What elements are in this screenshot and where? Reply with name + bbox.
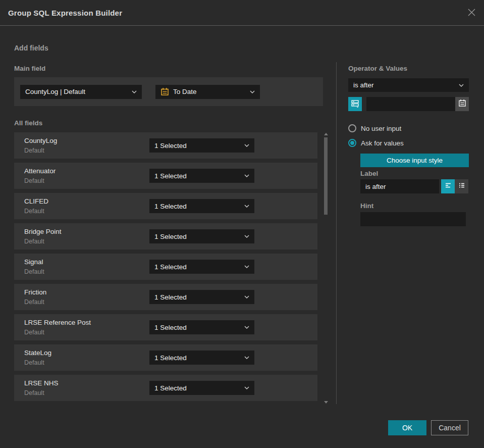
single-line-style-button[interactable]: [441, 179, 455, 193]
date-value-input[interactable]: [366, 97, 455, 111]
main-field-select-value: CountyLog | Default: [25, 88, 129, 95]
field-subtitle: Default: [24, 389, 44, 396]
hint-heading: Hint: [360, 202, 373, 210]
chevron-down-icon: [244, 265, 249, 268]
close-button[interactable]: [466, 8, 477, 19]
date-picker-button[interactable]: [455, 97, 469, 111]
field-subtitle: Default: [24, 359, 44, 366]
field-subtitle: Default: [24, 238, 44, 245]
field-selected-dropdown[interactable]: 1 Selected: [149, 381, 254, 395]
field-name: CLIFED: [24, 197, 48, 205]
field-selected-dropdown[interactable]: 1 Selected: [149, 229, 254, 243]
chevron-down-icon: [244, 205, 249, 208]
field-row-signal: Signal Default 1 Selected: [14, 254, 317, 280]
field-selected-value: 1 Selected: [154, 324, 241, 331]
calendar-icon: [160, 87, 169, 96]
label-heading: Label: [360, 170, 378, 177]
input-type-button[interactable]: [348, 97, 362, 111]
chevron-down-icon: [244, 295, 249, 298]
chevron-down-icon: [459, 84, 464, 87]
stacked-input-icon: [351, 99, 359, 110]
scrollbar-down-arrow-icon[interactable]: [324, 401, 328, 404]
field-name: Bridge Point: [24, 228, 62, 235]
all-fields-heading: All fields: [14, 119, 42, 127]
operator-select-value: is after: [353, 81, 456, 89]
field-name: Attenuator: [24, 167, 56, 175]
value-input-row: [348, 97, 469, 111]
scrollbar-up-arrow-icon[interactable]: [324, 133, 328, 135]
field-selected-dropdown[interactable]: 1 Selected: [149, 199, 254, 213]
add-fields-heading: Add fields: [14, 44, 48, 52]
field-row-clifed: CLIFED Default 1 Selected: [14, 193, 317, 219]
field-subtitle: Default: [24, 298, 44, 306]
field-subtitle: Default: [24, 329, 44, 336]
field-selected-value: 1 Selected: [154, 384, 241, 392]
fields-list-scrollbar[interactable]: [324, 132, 328, 405]
field-selected-dropdown[interactable]: 1 Selected: [149, 260, 254, 274]
field-selected-value: 1 Selected: [154, 142, 241, 150]
chevron-down-icon: [250, 90, 255, 93]
field-name: Friction: [24, 288, 46, 296]
field-selected-dropdown[interactable]: 1 Selected: [149, 169, 254, 183]
field-selected-value: 1 Selected: [154, 293, 241, 301]
list-style-button[interactable]: [455, 179, 468, 193]
field-name: Signal: [24, 258, 43, 266]
radio-ask-for-values[interactable]: Ask for values: [348, 139, 404, 147]
field-subtitle: Default: [24, 147, 44, 154]
field-selected-value: 1 Selected: [154, 354, 241, 362]
radio-selected-icon: [348, 139, 356, 147]
group-sql-expression-builder-dialog: Group SQL Expression Builder Add fields …: [0, 0, 484, 448]
field-row-attenuator: Attenuator Default 1 Selected: [14, 163, 317, 189]
hint-input[interactable]: [360, 212, 466, 226]
radio-no-user-input[interactable]: No user input: [348, 124, 401, 132]
main-field-box: CountyLog | Default To Date: [14, 77, 323, 106]
field-name: LRSE NHS: [24, 379, 59, 387]
label-input[interactable]: [360, 179, 439, 193]
radio-label: Ask for values: [361, 139, 404, 147]
operator-select[interactable]: is after: [348, 78, 469, 92]
field-row-friction: Friction Default 1 Selected: [14, 284, 317, 310]
dialog-header: Group SQL Expression Builder: [0, 0, 484, 26]
close-icon: [468, 9, 475, 18]
chevron-down-icon: [244, 386, 249, 389]
field-selected-value: 1 Selected: [154, 203, 241, 210]
field-row-statelog: StateLog Default 1 Selected: [14, 344, 317, 371]
chevron-down-icon: [244, 174, 249, 177]
main-field-date-select-value: To Date: [173, 88, 247, 95]
dialog-title: Group SQL Expression Builder: [8, 0, 122, 26]
calendar-icon: [458, 99, 466, 109]
scrollbar-thumb[interactable]: [324, 137, 328, 215]
field-row-bridge-point: Bridge Point Default 1 Selected: [14, 223, 317, 250]
field-selected-value: 1 Selected: [154, 172, 241, 180]
field-name: CountyLog: [24, 137, 57, 144]
main-field-date-select[interactable]: To Date: [155, 85, 260, 99]
operator-values-heading: Operator & Values: [348, 65, 407, 72]
choose-input-style-button[interactable]: Choose input style: [360, 154, 469, 167]
radio-label: No user input: [361, 125, 401, 132]
field-selected-dropdown[interactable]: 1 Selected: [149, 138, 254, 153]
chevron-down-icon: [244, 326, 249, 329]
field-selected-dropdown[interactable]: 1 Selected: [149, 351, 254, 365]
chevron-down-icon: [244, 144, 249, 147]
field-name: StateLog: [24, 349, 51, 357]
field-selected-value: 1 Selected: [154, 263, 241, 271]
field-selected-value: 1 Selected: [154, 233, 241, 240]
field-row-countylog: CountyLog Default 1 Selected: [14, 132, 317, 159]
cancel-button[interactable]: Cancel: [431, 420, 468, 435]
all-fields-list: CountyLog Default 1 Selected Attenuator …: [14, 132, 317, 405]
field-row-lrse-nhs: LRSE NHS Default 1 Selected: [14, 375, 317, 401]
field-selected-dropdown[interactable]: 1 Selected: [149, 290, 254, 304]
vertical-divider: [336, 62, 337, 404]
field-subtitle: Default: [24, 208, 44, 215]
main-field-select[interactable]: CountyLog | Default: [20, 85, 142, 99]
radio-unselected-icon: [348, 124, 356, 132]
chevron-down-icon: [244, 235, 249, 238]
bulleted-list-icon: [458, 181, 466, 191]
field-row-lrse-reference-post: LRSE Reference Post Default 1 Selected: [14, 314, 317, 340]
chevron-down-icon: [132, 90, 137, 93]
field-name: LRSE Reference Post: [24, 319, 91, 326]
ok-button[interactable]: OK: [388, 420, 426, 435]
field-selected-dropdown[interactable]: 1 Selected: [149, 320, 254, 334]
field-subtitle: Default: [24, 268, 44, 275]
field-subtitle: Default: [24, 177, 44, 184]
